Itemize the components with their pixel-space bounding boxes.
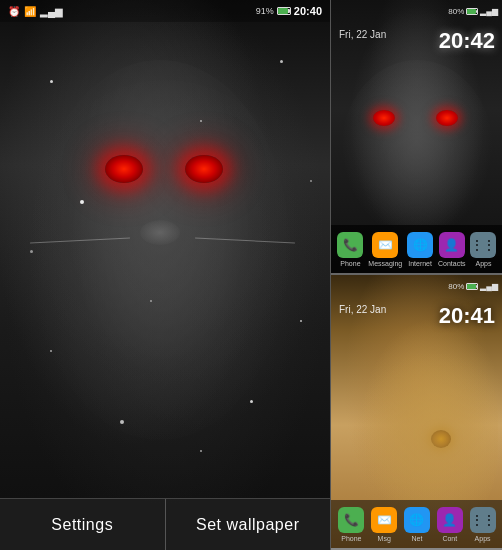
phone-bottom-signal: ▂▄▆ <box>480 282 498 291</box>
bottom-dock-item-messaging: ✉️ Msg <box>371 507 397 542</box>
phone-bottom-dock: 📞 Phone ✉️ Msg 🌐 Net <box>331 500 502 548</box>
phone-bottom-battery-tip <box>476 285 478 288</box>
dock-contacts-label: Contacts <box>438 260 466 267</box>
settings-button[interactable]: Settings <box>0 499 166 550</box>
phone-top-battery-icon <box>466 8 478 15</box>
phone-top-date: Fri, 22 Jan <box>339 28 386 41</box>
dock-phone-label: Phone <box>340 260 360 267</box>
phone-bottom-battery-percent: 80% <box>448 282 464 291</box>
left-panel: ⏰ 📶 ▂▄▆ 91% 20:40 Settings Set wallpaper <box>0 0 330 550</box>
lion-eye-left <box>105 155 143 183</box>
phone-top-battery-percent: 80% <box>448 7 464 16</box>
phone-bottom-battery-icon <box>466 283 478 290</box>
bottom-dock-item-contacts: 👤 Cont <box>437 507 463 542</box>
dock-contacts-icon: 👤 <box>439 232 465 258</box>
bottom-dock-apps-label: Apps <box>475 535 491 542</box>
bottom-dock-apps-icon: ⋮⋮ <box>470 507 496 533</box>
phone-bottom-date: Fri, 22 Jan <box>339 303 386 316</box>
dock-internet-label: Internet <box>408 260 432 267</box>
battery-fill <box>278 8 288 14</box>
dock-messaging-icon: ✉️ <box>372 232 398 258</box>
phone-bottom-time: 20:41 <box>439 303 495 329</box>
bottom-dock-internet-label: Net <box>412 535 423 542</box>
battery-tip <box>288 9 290 13</box>
phone-top-lion-head <box>341 60 493 240</box>
battery-icon <box>277 7 291 15</box>
bottom-dock-messaging-label: Msg <box>378 535 391 542</box>
bottom-dock-contacts-label: Cont <box>442 535 457 542</box>
dock-item-apps: ⋮⋮ Apps <box>470 232 496 267</box>
phone-preview-bottom: 80% ▂▄▆ Fri, 22 Jan 20:41 <box>331 275 502 548</box>
bottom-dock-item-apps: ⋮⋮ Apps <box>470 507 496 542</box>
bottom-button-bar: Settings Set wallpaper <box>0 498 330 550</box>
phone-top-signal: ▂▄▆ <box>480 7 498 16</box>
alarm-icon: ⏰ <box>8 6 20 17</box>
dock-item-internet: 🌐 Internet <box>407 232 433 267</box>
phone-bottom-status-bar: 80% ▂▄▆ <box>331 278 502 294</box>
bottom-dock-item-internet: 🌐 Net <box>404 507 430 542</box>
dock-internet-icon: 🌐 <box>407 232 433 258</box>
dock-phone-icon: 📞 <box>337 232 363 258</box>
phone-bottom-battery-fill <box>467 284 475 289</box>
phone-top-battery-tip <box>476 10 478 13</box>
dock-apps-icon: ⋮⋮ <box>470 232 496 258</box>
battery-percent: 91% <box>256 6 274 16</box>
bottom-dock-phone-icon: 📞 <box>338 507 364 533</box>
phone-top-dock: 📞 Phone ✉️ Messaging 🌐 Internet <box>331 225 502 273</box>
status-bar: ⏰ 📶 ▂▄▆ 91% 20:40 <box>0 0 330 22</box>
main-container: ⏰ 📶 ▂▄▆ 91% 20:40 Settings Set wallpaper <box>0 0 502 550</box>
lion-nose <box>140 220 180 245</box>
phone-top-status-bar: 80% ▂▄▆ <box>331 3 502 19</box>
wifi-icon: 📶 <box>24 6 36 17</box>
right-panel: 80% ▂▄▆ Fri, 22 Jan 20:42 📞 Phon <box>330 0 502 550</box>
phone-top-eye-right <box>436 110 458 126</box>
bottom-dock-item-phone: 📞 Phone <box>338 507 364 542</box>
phone-preview-top: 80% ▂▄▆ Fri, 22 Jan 20:42 📞 Phon <box>331 0 502 275</box>
dock-item-phone: 📞 Phone <box>337 232 363 267</box>
status-left: ⏰ 📶 ▂▄▆ <box>8 6 63 17</box>
bottom-dock-internet-icon: 🌐 <box>404 507 430 533</box>
phone-top-eye-left <box>373 110 395 126</box>
lion-eye-right <box>185 155 223 183</box>
bottom-dock-messaging-icon: ✉️ <box>371 507 397 533</box>
dock-item-contacts: 👤 Contacts <box>438 232 466 267</box>
phone-top-time: 20:42 <box>439 28 495 54</box>
dock-apps-label: Apps <box>476 260 492 267</box>
phone-top-battery-fill <box>467 9 475 14</box>
dock-item-messaging: ✉️ Messaging <box>368 232 402 267</box>
bottom-dock-contacts-icon: 👤 <box>437 507 463 533</box>
dock-messaging-label: Messaging <box>368 260 402 267</box>
status-right: 91% 20:40 <box>256 5 322 17</box>
signal-icon: ▂▄▆ <box>40 6 63 17</box>
status-time: 20:40 <box>294 5 322 17</box>
set-wallpaper-button[interactable]: Set wallpaper <box>166 499 331 550</box>
bottom-dock-phone-label: Phone <box>341 535 361 542</box>
